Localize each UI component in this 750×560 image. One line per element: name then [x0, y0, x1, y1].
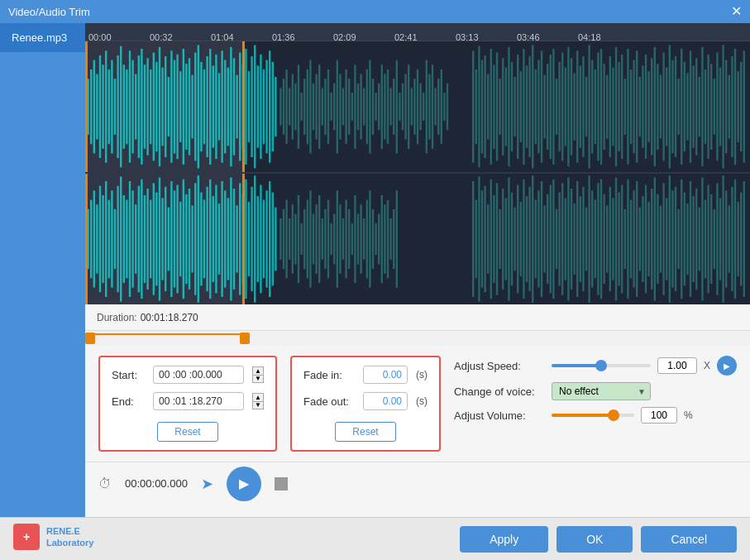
svg-rect-327 [502, 189, 504, 290]
selected-region-bottom [85, 174, 245, 304]
volume-slider-track[interactable] [552, 414, 634, 417]
svg-rect-310 [378, 214, 380, 265]
svg-rect-117 [437, 79, 439, 135]
svg-rect-339 [537, 190, 539, 287]
svg-rect-389 [686, 203, 688, 275]
svg-rect-379 [657, 194, 658, 284]
start-spin-up[interactable]: ▲ [252, 366, 264, 375]
svg-rect-69 [294, 84, 296, 130]
end-time-input[interactable] [153, 392, 244, 410]
svg-rect-394 [701, 178, 703, 301]
volume-slider-thumb[interactable] [608, 409, 619, 421]
region-end-handle-bottom [242, 174, 245, 304]
tick-0: 00:00 [88, 32, 112, 42]
svg-rect-65 [283, 79, 284, 135]
svg-rect-369 [627, 179, 628, 299]
svg-rect-332 [517, 185, 518, 294]
timeline-ruler: 00:00 00:32 01:04 01:36 02:09 02:41 03:1… [85, 23, 750, 41]
svg-rect-71 [300, 93, 302, 121]
svg-rect-274 [269, 181, 270, 297]
waveform-track-top [85, 41, 750, 172]
svg-rect-167 [609, 56, 611, 157]
svg-rect-280 [289, 218, 290, 260]
region-end-handle-top [242, 41, 245, 172]
trim-line [85, 333, 245, 335]
svg-rect-362 [606, 205, 608, 272]
svg-rect-291 [322, 218, 323, 260]
svg-rect-318 [475, 200, 477, 279]
svg-rect-278 [283, 209, 284, 269]
svg-rect-116 [434, 88, 436, 125]
logo-plus: + [23, 530, 30, 543]
svg-rect-82 [333, 84, 335, 130]
close-button[interactable]: ✕ [731, 5, 742, 18]
svg-rect-125 [484, 55, 485, 158]
svg-rect-385 [675, 187, 676, 291]
svg-rect-393 [699, 208, 700, 271]
fade-in-input[interactable] [363, 366, 408, 384]
waveform-container: 00:00 00:32 01:04 01:36 02:09 02:41 03:1… [85, 23, 750, 304]
end-spin-up[interactable]: ▲ [252, 393, 264, 401]
speed-slider-thumb[interactable] [595, 360, 607, 371]
svg-rect-387 [681, 179, 682, 299]
svg-rect-172 [624, 79, 626, 135]
svg-rect-92 [363, 88, 365, 125]
svg-rect-94 [369, 60, 370, 154]
svg-rect-139 [526, 65, 528, 147]
svg-rect-350 [571, 189, 572, 290]
svg-rect-189 [675, 56, 676, 157]
reset-fade-button[interactable]: Reset [335, 422, 395, 442]
svg-rect-195 [692, 65, 694, 147]
svg-rect-388 [684, 193, 686, 286]
reset-trim-button[interactable]: Reset [157, 422, 217, 442]
speed-preview-button[interactable]: ▶ [717, 356, 737, 376]
svg-rect-101 [389, 88, 391, 125]
trim-end-handle[interactable] [240, 333, 250, 344]
svg-rect-79 [324, 79, 326, 135]
end-spin-down[interactable]: ▼ [252, 401, 264, 409]
svg-rect-395 [705, 200, 706, 279]
svg-rect-308 [372, 209, 374, 269]
svg-rect-197 [699, 77, 700, 136]
cancel-button[interactable]: Cancel [641, 526, 737, 553]
svg-rect-95 [372, 79, 374, 135]
export-button[interactable]: ➤ [201, 475, 213, 493]
svg-rect-108 [411, 88, 413, 125]
svg-rect-296 [337, 190, 338, 287]
play-button[interactable]: ▶ [227, 467, 261, 501]
window-title: Video/Audio Trim [8, 6, 90, 18]
svg-rect-153 [567, 47, 569, 166]
svg-rect-157 [580, 65, 581, 147]
content-area: 00:00 00:32 01:04 01:36 02:09 02:41 03:1… [85, 23, 750, 517]
svg-rect-275 [272, 193, 274, 286]
svg-rect-344 [552, 179, 554, 299]
svg-rect-155 [573, 73, 575, 140]
reset-trim-wrap: Reset [112, 419, 264, 442]
svg-rect-134 [511, 62, 513, 151]
tick-3: 01:36 [272, 32, 295, 42]
svg-rect-170 [618, 62, 619, 151]
fade-out-input[interactable] [363, 392, 408, 410]
svg-rect-53 [245, 49, 246, 165]
duration-value: 00:01:18.270 [141, 312, 198, 323]
selected-region-top [85, 41, 245, 172]
start-time-input[interactable] [153, 366, 244, 384]
ok-button[interactable]: OK [557, 526, 633, 553]
apply-button[interactable]: Apply [460, 526, 548, 553]
voice-select[interactable]: No effect Male Female Robot Child [552, 382, 651, 400]
svg-rect-81 [330, 93, 332, 121]
svg-rect-358 [595, 200, 596, 279]
svg-rect-375 [645, 185, 647, 294]
svg-rect-68 [292, 74, 294, 140]
speed-slider-track[interactable] [552, 364, 651, 367]
svg-rect-383 [669, 175, 671, 302]
svg-rect-391 [692, 196, 694, 282]
logo-line2: Laboratory [46, 537, 93, 548]
svg-rect-390 [690, 181, 691, 297]
stop-button[interactable] [275, 477, 288, 491]
start-spin-down[interactable]: ▼ [252, 375, 264, 383]
trim-start-handle[interactable] [85, 333, 95, 344]
volume-input[interactable] [641, 407, 677, 424]
logo-area: + RENE.E Laboratory [13, 524, 93, 550]
svg-rect-346 [558, 193, 560, 286]
